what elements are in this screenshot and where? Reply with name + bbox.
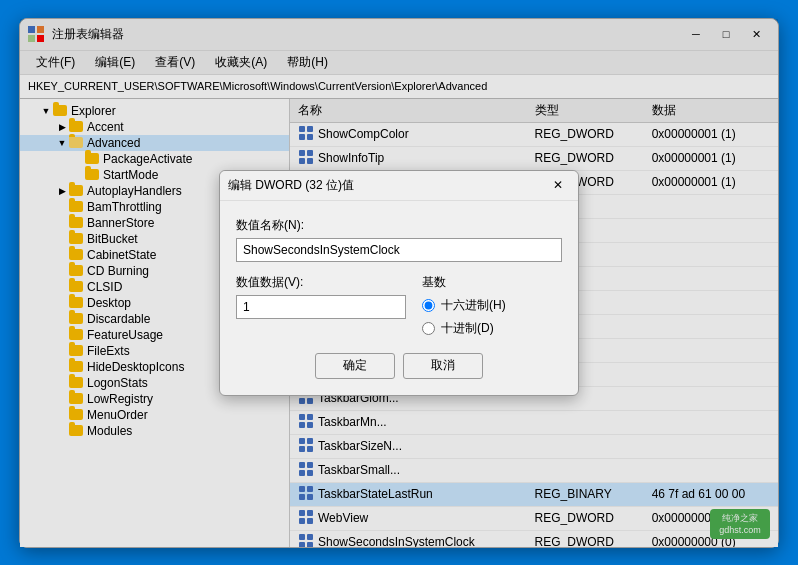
field-name-input[interactable] xyxy=(236,238,562,262)
field-data-label: 数值数据(V): xyxy=(236,274,406,291)
dialog-title-bar: 编辑 DWORD (32 位)值 ✕ xyxy=(220,171,578,201)
dialog-overlay: 编辑 DWORD (32 位)值 ✕ 数值名称(N): 数值数据(V): 基数 xyxy=(20,19,778,547)
radio-dec-text: 十进制(D) xyxy=(441,320,494,337)
field-name-label: 数值名称(N): xyxy=(236,217,562,234)
field-data-input[interactable] xyxy=(236,295,406,319)
edit-dword-dialog: 编辑 DWORD (32 位)值 ✕ 数值名称(N): 数值数据(V): 基数 xyxy=(219,170,579,396)
radio-dec[interactable] xyxy=(422,322,435,335)
radio-hex-label[interactable]: 十六进制(H) xyxy=(422,297,562,314)
radix-section: 基数 十六进制(H) 十进制(D) xyxy=(422,274,562,337)
radio-group: 十六进制(H) 十进制(D) xyxy=(422,297,562,337)
cancel-button[interactable]: 取消 xyxy=(403,353,483,379)
confirm-button[interactable]: 确定 xyxy=(315,353,395,379)
main-window: 注册表编辑器 ─ □ ✕ 文件(F) 编辑(E) 查看(V) 收藏夹(A) 帮助… xyxy=(19,18,779,548)
radio-dec-label[interactable]: 十进制(D) xyxy=(422,320,562,337)
dialog-body: 数值名称(N): 数值数据(V): 基数 十六进制(H) xyxy=(220,201,578,395)
dialog-buttons: 确定 取消 xyxy=(236,353,562,379)
dialog-close-button[interactable]: ✕ xyxy=(546,176,570,194)
dialog-title-text: 编辑 DWORD (32 位)值 xyxy=(228,177,354,194)
radio-hex-text: 十六进制(H) xyxy=(441,297,506,314)
value-section: 数值数据(V): xyxy=(236,274,406,337)
dialog-data-row: 数值数据(V): 基数 十六进制(H) 十进制(D) xyxy=(236,274,562,337)
radix-label: 基数 xyxy=(422,274,562,291)
radio-hex[interactable] xyxy=(422,299,435,312)
